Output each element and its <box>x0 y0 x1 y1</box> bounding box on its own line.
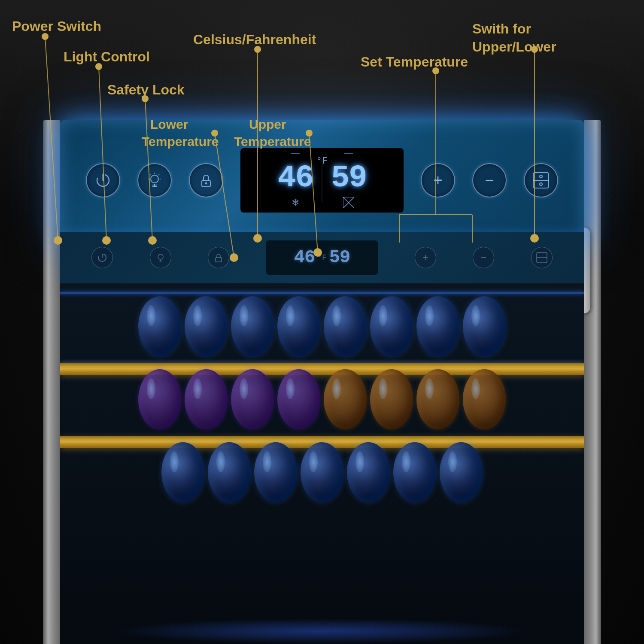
wine-bottle-3-2 <box>208 442 251 502</box>
wine-cooler: 46 ❄ °F 59 <box>43 120 601 644</box>
wine-bottle-2-4 <box>277 369 320 429</box>
plus-icon: + <box>433 171 442 189</box>
switch-upper-lower-button[interactable] <box>524 163 558 197</box>
wine-bottle-2-6 <box>370 369 413 429</box>
wine-bottle-1-1 <box>138 296 181 356</box>
small-lower-temp: 46 <box>294 247 315 268</box>
svg-line-33 <box>158 174 159 175</box>
small-plus-button[interactable]: + <box>415 247 436 268</box>
small-power-icon <box>97 252 108 263</box>
plus-button[interactable]: + <box>421 163 455 197</box>
right-panel <box>584 120 601 644</box>
small-switch-button[interactable] <box>531 247 553 268</box>
svg-point-47 <box>540 183 542 185</box>
light-control-button[interactable] <box>137 163 172 197</box>
lower-temp-top-icon <box>289 152 302 161</box>
wine-bottle-3-5 <box>347 442 390 502</box>
svg-point-38 <box>205 182 207 185</box>
secondary-control-panel: 46 °F 59 + − <box>60 232 584 283</box>
svg-rect-53 <box>216 258 222 262</box>
small-upper-temp: 59 <box>329 247 350 268</box>
wine-bottle-2-1 <box>138 369 181 429</box>
wine-bottle-2-3 <box>231 369 274 429</box>
upper-temp-section: 59 <box>322 148 375 213</box>
wine-bottle-1-2 <box>185 296 228 356</box>
small-power-button[interactable] <box>91 247 113 268</box>
upper-temp-top-icon <box>342 152 355 161</box>
lower-temp-value: 46 <box>278 163 313 194</box>
wine-bottle-3-4 <box>301 442 343 502</box>
wine-storage-area <box>60 283 584 644</box>
svg-point-28 <box>151 175 158 183</box>
small-lock-icon <box>213 252 224 263</box>
small-light-icon <box>155 252 166 263</box>
wine-bottle-2-8 <box>463 369 506 429</box>
wine-bottle-3-3 <box>254 442 297 502</box>
lower-temp-section: 46 ❄ <box>269 148 322 213</box>
power-icon <box>94 172 112 189</box>
small-plus-icon: + <box>422 252 428 263</box>
small-minus-icon: − <box>481 252 486 263</box>
small-light-button[interactable] <box>150 247 171 268</box>
power-button[interactable] <box>86 163 120 197</box>
small-switch-icon <box>536 252 548 264</box>
small-unit: °F <box>317 253 327 262</box>
safety-lock-button[interactable] <box>189 163 223 197</box>
temperature-display: 46 ❄ °F 59 <box>240 148 404 213</box>
wine-shelf-3 <box>60 442 584 502</box>
svg-rect-40 <box>344 153 353 154</box>
wine-bottle-1-7 <box>416 296 459 356</box>
wine-bottle-3-6 <box>393 442 436 502</box>
wine-bottle-1-3 <box>231 296 274 356</box>
controls-row: 46 ❄ °F 59 <box>60 146 584 215</box>
svg-point-50 <box>158 254 163 259</box>
led-strip-1 <box>60 292 584 294</box>
small-minus-button[interactable]: − <box>473 247 494 268</box>
wine-bottle-2-7 <box>416 369 459 429</box>
svg-point-46 <box>540 175 542 178</box>
cross-icon <box>343 197 354 209</box>
wine-shelf-2 <box>60 369 584 429</box>
wine-bottle-2-2 <box>185 369 228 429</box>
wine-bottle-1-4 <box>277 296 320 356</box>
small-temp-display: 46 °F 59 <box>266 240 378 275</box>
snowflake-icon: ❄ <box>292 197 299 209</box>
svg-line-34 <box>150 174 151 175</box>
small-lock-button[interactable] <box>208 247 229 268</box>
lock-icon <box>197 172 215 189</box>
wine-bottle-1-8 <box>463 296 506 356</box>
wine-bottle-1-6 <box>370 296 413 356</box>
left-panel <box>43 120 60 644</box>
wine-bottle-3-7 <box>440 442 483 502</box>
bottom-glow <box>112 618 532 644</box>
upper-temp-value: 59 <box>331 163 366 194</box>
wine-bottle-3-1 <box>161 442 204 502</box>
svg-rect-39 <box>291 153 300 154</box>
minus-icon: − <box>485 171 494 189</box>
switch-icon <box>532 171 550 190</box>
wine-bottle-2-5 <box>324 369 367 429</box>
light-icon <box>146 172 163 189</box>
wine-shelf-1 <box>60 296 584 356</box>
wine-bottle-1-5 <box>324 296 367 356</box>
minus-button[interactable]: − <box>472 163 507 197</box>
main-control-panel: 46 ❄ °F 59 <box>60 120 584 240</box>
